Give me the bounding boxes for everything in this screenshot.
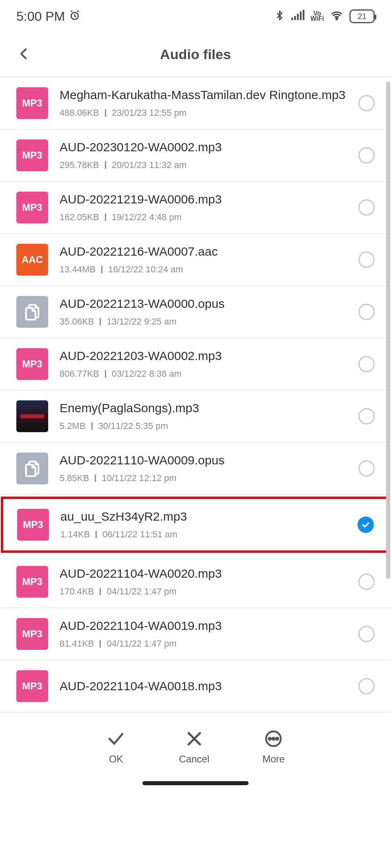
file-info: AUD-20221110-WA0009.opus5.85KB10/11/22 1… [48,453,358,484]
back-button[interactable] [17,45,38,64]
selection-checkbox[interactable] [358,408,375,424]
selection-checkbox[interactable] [358,252,375,268]
signal-icon [291,10,304,23]
meta-separator [100,588,101,595]
file-row[interactable]: AACAUD-20221216-WA0007.aac13.44MB16/12/2… [0,234,391,286]
selection-checkbox[interactable] [358,304,375,320]
file-meta: 5.85KB10/11/22 12:12 pm [60,473,347,484]
svg-point-12 [276,738,278,740]
file-row[interactable]: MP3AUD-20221104-WA0018.mp3 [0,660,391,713]
file-row[interactable]: Enemy(PaglaSongs).mp35.2MB30/11/22 5:35 … [0,391,391,443]
file-meta: 5.2MB30/11/22 5:35 pm [60,421,347,431]
more-button[interactable]: More [262,729,285,765]
meta-separator [95,475,96,482]
svg-point-6 [336,18,338,20]
file-row[interactable]: MP3AUD-20221203-WA0002.mp3806.77KB03/12/… [0,338,391,391]
file-row[interactable]: MP3AUD-20221104-WA0019.mp381.41KB04/11/2… [0,608,391,660]
file-list: MP3Megham-Karukatha-MassTamilan.dev Ring… [0,77,391,713]
file-thumb-mp3: MP3 [16,192,48,223]
scroll-indicator[interactable] [386,82,390,579]
file-meta: 295.78KB20/01/23 11:32 am [60,160,347,170]
file-row[interactable]: MP3AUD-20230120-WA0002.mp3295.78KB20/01/… [0,130,391,182]
status-right: Vo WiFi 21 [274,9,375,23]
file-meta: 35.06KB13/12/22 9:25 am [60,316,347,327]
selection-checkbox[interactable] [358,95,375,111]
status-left: 5:00 PM [16,9,80,24]
file-thumb-mp3: MP3 [16,139,48,171]
cancel-button[interactable]: Cancel [179,729,209,765]
file-row[interactable]: AUD-20221110-WA0009.opus5.85KB10/11/22 1… [0,443,391,495]
file-thumb-opus [16,296,48,328]
file-date: 16/12/22 10:24 am [108,264,183,275]
file-name: Megham-Karukatha-MassTamilan.dev Rington… [60,88,347,102]
file-date: 06/11/22 11:51 am [102,529,177,540]
file-row[interactable]: AUD-20221213-WA0000.opus35.06KB13/12/22 … [0,286,391,338]
selection-checkbox[interactable] [358,199,375,216]
meta-separator [105,109,106,117]
file-size: 170.4KB [60,586,94,597]
selection-checkbox[interactable] [358,678,375,694]
bluetooth-icon [274,9,285,23]
file-row[interactable]: MP3au_uu_SzH34yR2.mp31.14KB06/11/22 11:5… [1,497,390,553]
selection-checkbox[interactable] [358,574,375,590]
file-date: 13/12/22 9:25 am [107,316,176,327]
bottom-action-bar: OK Cancel More [0,717,391,781]
svg-point-10 [269,738,271,740]
selection-checkbox[interactable] [358,517,374,533]
file-name: AUD-20221110-WA0009.opus [60,453,347,467]
file-info: au_uu_SzH34yR2.mp31.14KB06/11/22 11:51 a… [49,510,358,540]
file-meta: 162.05KB19/12/22 4:48 pm [60,212,347,223]
file-date: 10/11/22 12:12 pm [102,473,176,484]
file-name: AUD-20221203-WA0002.mp3 [60,349,347,363]
file-meta: 13.44MB16/12/22 10:24 am [60,264,347,275]
file-size: 162.05KB [60,212,99,223]
file-name: AUD-20230120-WA0002.mp3 [60,140,347,154]
file-info: AUD-20221104-WA0020.mp3170.4KB04/11/22 1… [48,567,358,597]
ok-button[interactable]: OK [106,729,126,765]
file-thumb-mp3: MP3 [17,509,49,541]
file-date: 19/12/22 4:48 pm [112,212,182,223]
file-date: 04/11/22 1:47 pm [107,586,176,597]
file-size: 488.06KB [60,108,99,118]
status-bar: 5:00 PM Vo WiFi [0,0,391,33]
file-info: AUD-20221213-WA0000.opus35.06KB13/12/22 … [48,297,358,327]
file-thumb-mp3: MP3 [16,618,48,650]
selection-checkbox[interactable] [358,147,375,163]
file-row[interactable]: MP3AUD-20221219-WA0006.mp3162.05KB19/12/… [0,182,391,234]
app-header: Audio files [0,33,391,77]
selection-checkbox[interactable] [358,626,375,642]
selection-checkbox[interactable] [358,460,375,477]
file-name: AUD-20221219-WA0006.mp3 [60,192,347,206]
vowifi-icon: Vo WiFi [310,11,324,22]
svg-rect-4 [300,11,302,20]
meta-separator [105,161,106,169]
file-thumb-mp3: MP3 [16,87,48,119]
alarm-icon [69,10,80,23]
meta-separator [91,422,93,430]
file-row[interactable]: MP3Megham-Karukatha-MassTamilan.dev Ring… [0,77,391,130]
file-name: AUD-20221104-WA0018.mp3 [60,679,347,693]
page-title: Audio files [38,46,353,62]
meta-separator [96,531,97,538]
svg-rect-2 [294,16,296,20]
battery-indicator: 21 [349,9,375,23]
file-size: 5.2MB [60,421,86,431]
file-size: 5.85KB [60,473,89,484]
meta-separator [100,318,101,325]
file-date: 20/01/23 11:32 am [112,160,187,170]
svg-rect-5 [303,10,304,20]
more-label: More [262,753,285,765]
ok-label: OK [109,753,123,765]
file-name: au_uu_SzH34yR2.mp3 [60,510,346,523]
file-info: AUD-20221104-WA0019.mp381.41KB04/11/22 1… [48,619,358,649]
svg-rect-1 [291,18,293,20]
svg-rect-3 [297,14,299,20]
file-thumb-mp3: MP3 [16,348,48,380]
file-row[interactable]: MP3AUD-20221104-WA0020.mp3170.4KB04/11/2… [0,556,391,608]
file-name: AUD-20221104-WA0020.mp3 [60,567,347,581]
selection-checkbox[interactable] [358,356,375,372]
cancel-label: Cancel [179,753,209,765]
file-date: 30/11/22 5:35 pm [98,421,168,431]
home-indicator[interactable] [142,781,249,785]
meta-separator [105,214,106,221]
